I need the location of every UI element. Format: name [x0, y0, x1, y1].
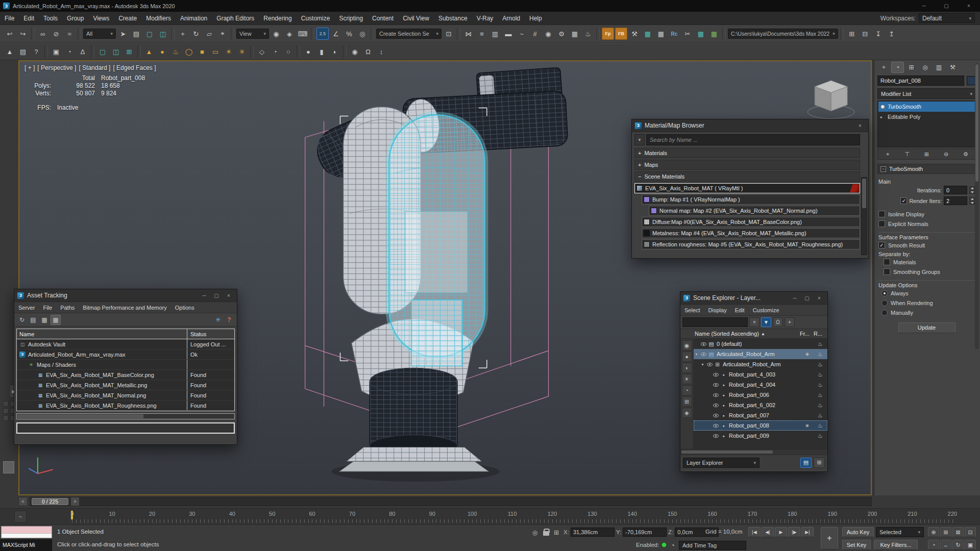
- robot-selected-forearm[interactable]: [387, 113, 487, 366]
- visibility-eye-icon[interactable]: [713, 373, 719, 377]
- modifier-list-dropdown[interactable]: Modifier List: [877, 88, 976, 99]
- materials-checkbox[interactable]: [884, 259, 890, 265]
- add-filter-icon[interactable]: +: [785, 317, 795, 327]
- asset-update-bitmaps-icon[interactable]: ✳: [213, 315, 223, 325]
- renderable-toggle[interactable]: ♨: [814, 412, 826, 419]
- frozen-toggle[interactable]: ✳: [800, 423, 814, 429]
- asset-refresh-icon[interactable]: ↻: [17, 315, 27, 325]
- name-column-header[interactable]: Name (Sorted Ascending)▲: [694, 331, 800, 337]
- select-move-icon[interactable]: +: [177, 28, 189, 40]
- zoom-extents-icon[interactable]: ⊠: [952, 527, 964, 537]
- vray-rc-icon[interactable]: Rc: [668, 28, 680, 40]
- collapse-icon[interactable]: −: [880, 166, 886, 172]
- autogrid-teapot-icon[interactable]: ♨: [169, 45, 182, 58]
- select-object-icon[interactable]: ➤: [117, 28, 129, 40]
- shapes-icon[interactable]: ◗: [329, 45, 341, 58]
- select-link-icon[interactable]: ∞: [37, 28, 49, 40]
- viewport-label-segment[interactable]: [ Edged Faces ]: [113, 64, 156, 71]
- zoom-icon[interactable]: ⊕: [928, 527, 939, 537]
- time-slider-handle[interactable]: 0 / 225: [32, 498, 68, 505]
- asset-row[interactable]: EVA_Six_Axis_Robot_MAT_Normal.png Found: [17, 390, 234, 400]
- material-group-header[interactable]: + Materials: [634, 148, 860, 158]
- lock-icon[interactable]: Ω: [773, 317, 783, 327]
- key-filters-button[interactable]: Key Filters...: [874, 540, 918, 550]
- expand-collapse-icon[interactable]: −: [638, 173, 641, 180]
- vray-fp-icon[interactable]: Fp: [602, 28, 614, 40]
- asset-row[interactable]: Articulated_Robot_Arm_max_vray.max Ok: [17, 349, 234, 360]
- update-button[interactable]: Update: [898, 322, 955, 333]
- viewport-label-segment[interactable]: [ Perspective ]: [37, 64, 76, 71]
- create-tab-icon[interactable]: +: [877, 62, 890, 73]
- mirror-icon[interactable]: ⋈: [462, 28, 475, 40]
- menu-item[interactable]: Substance: [434, 12, 472, 25]
- asset-row[interactable]: EVA_Six_Axis_Robot_MAT_Metallic.png Foun…: [17, 380, 234, 390]
- select-manipulate-icon[interactable]: ◈: [283, 28, 296, 40]
- menu-item[interactable]: V-Ray: [472, 12, 498, 25]
- menu-item[interactable]: Rendering: [259, 12, 296, 25]
- menu-item[interactable]: Modifiers: [141, 12, 176, 25]
- material-scrollbar[interactable]: [861, 177, 867, 255]
- mini-arrows-icon[interactable]: ↕: [375, 45, 387, 58]
- schematic-view-icon[interactable]: #: [529, 28, 541, 40]
- pin-stack-icon[interactable]: ⌖: [883, 149, 893, 159]
- visibility-eye-icon[interactable]: [701, 353, 706, 356]
- asset-menu-item[interactable]: File: [39, 305, 56, 311]
- material-group-header[interactable]: + Maps: [634, 160, 860, 170]
- always-radio[interactable]: [881, 290, 888, 296]
- new-layer-icon[interactable]: ⊞: [814, 458, 825, 468]
- visibility-eye-icon[interactable]: [713, 383, 719, 387]
- viewport-label-segment[interactable]: [ + ]: [24, 64, 35, 71]
- autogrid-cone-icon[interactable]: ▲: [143, 45, 155, 58]
- visibility-eye-icon[interactable]: [707, 363, 713, 366]
- go-end-button[interactable]: ▶|: [801, 527, 814, 537]
- window-crossing-icon[interactable]: ◫: [157, 28, 169, 40]
- menu-item[interactable]: Views: [88, 12, 114, 25]
- viewport-label-segment[interactable]: [ Standard ]: [79, 64, 110, 71]
- asset-list-view-icon[interactable]: ▤: [28, 315, 38, 325]
- autogrid-torus-icon[interactable]: ◯: [183, 45, 195, 58]
- render-column-header[interactable]: R...: [814, 331, 827, 337]
- scissors-icon[interactable]: ✂: [681, 28, 694, 40]
- fov-icon[interactable]: ◔: [928, 540, 939, 550]
- close-button[interactable]: ×: [958, 0, 980, 12]
- scene-menu-item[interactable]: Customize: [749, 307, 783, 313]
- frozen-column-header[interactable]: Fr...: [800, 331, 814, 337]
- camera-view-icon[interactable]: ◔: [269, 45, 281, 58]
- renderable-toggle[interactable]: ♨: [814, 382, 826, 388]
- toggle-ribbon-icon[interactable]: ▬: [502, 28, 514, 40]
- maximize-viewport-icon[interactable]: ▣: [965, 540, 976, 550]
- autogrid-sphere-icon[interactable]: ●: [156, 45, 168, 58]
- minimize-icon[interactable]: ─: [789, 293, 801, 303]
- grid-snap-icon[interactable]: ▦: [642, 28, 654, 40]
- asset-row[interactable]: Maps / Shaders: [17, 360, 234, 370]
- maxscript-mini-listener[interactable]: [1, 526, 52, 538]
- layout-tab[interactable]: [3, 401, 9, 407]
- render-setup-icon[interactable]: ⚙: [555, 28, 568, 40]
- track-bar[interactable]: ~ 01020304050607080901001101201301401501…: [0, 508, 980, 524]
- asset-row[interactable]: EVA_Six_Axis_Robot_MAT_BaseColor.png Fou…: [17, 370, 234, 380]
- align-icon[interactable]: ≡: [476, 28, 488, 40]
- select-scale-icon[interactable]: ▱: [203, 28, 215, 40]
- maxscript-listener-label[interactable]: MAXScript Mi: [0, 539, 52, 551]
- scene-explorer-row[interactable]: Robot_part_009 ♨: [694, 431, 827, 441]
- next-frame-button[interactable]: |▶: [788, 527, 800, 537]
- help-icon[interactable]: ?: [30, 45, 42, 58]
- material-entry[interactable]: Bump: Map #1 ( VRayNormalMap ): [642, 194, 860, 205]
- zoom-region-icon[interactable]: ⊡: [965, 527, 976, 537]
- region-set2-icon[interactable]: ◫: [110, 45, 122, 58]
- daylight-icon[interactable]: ☀: [223, 45, 235, 58]
- light-view-icon[interactable]: ○: [282, 45, 295, 58]
- make-unique-icon[interactable]: ⊞: [921, 149, 932, 159]
- set-keys-button[interactable]: +: [821, 527, 838, 549]
- menu-item[interactable]: Edit: [19, 12, 39, 25]
- close-icon[interactable]: ×: [813, 293, 825, 303]
- play-button[interactable]: ▶: [775, 527, 787, 537]
- menu-item[interactable]: File: [0, 12, 19, 25]
- display-all-icon[interactable]: ◉: [682, 340, 692, 350]
- rendered-frame-icon[interactable]: ▦: [569, 28, 581, 40]
- menu-item[interactable]: Tools: [39, 12, 62, 25]
- bind-spacewarp-icon[interactable]: ≈: [63, 28, 76, 40]
- panel-scrollbar[interactable]: [975, 63, 979, 349]
- expand-collapse-icon[interactable]: +: [638, 162, 641, 168]
- menu-item[interactable]: Create: [114, 12, 141, 25]
